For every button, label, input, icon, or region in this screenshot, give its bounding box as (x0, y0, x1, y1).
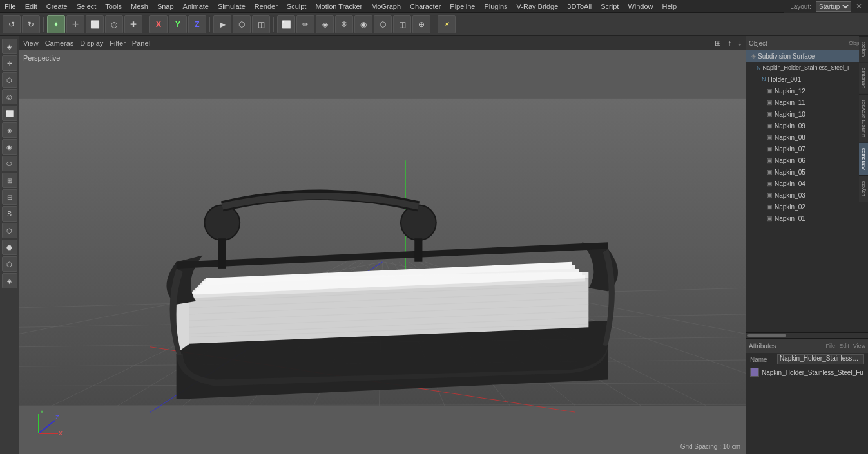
vtab-attributes[interactable]: Attributes (859, 142, 868, 175)
toolbar-separator-3 (209, 17, 210, 32)
menu-help[interactable]: Help (661, 3, 679, 10)
menu-simulate[interactable]: Simulate (216, 3, 247, 10)
menu-mograph[interactable]: MoGraph (369, 3, 403, 10)
tree-item-napkin08[interactable]: ▣ Napkin_08 (746, 131, 868, 143)
menu-pipeline[interactable]: Pipeline (448, 3, 477, 10)
attr-edit-menu[interactable]: Edit (839, 343, 849, 349)
left-tool-13[interactable]: ⬣ (2, 240, 17, 255)
menu-create[interactable]: Create (44, 3, 70, 10)
z-axis-button[interactable]: Z (188, 15, 206, 33)
light-tool[interactable]: ◫ (393, 15, 411, 33)
viewport-icon-arrow-down[interactable]: ↓ (738, 39, 742, 48)
tree-item-napkin11[interactable]: ▣ Napkin_11 (746, 97, 868, 108)
viewport-filter-menu[interactable]: Filter (110, 39, 125, 47)
tree-item-napkin03[interactable]: ▣ Napkin_03 (746, 189, 868, 201)
left-tool-14[interactable]: ⬡ (2, 256, 17, 272)
left-tool-9[interactable]: ⊞ (2, 173, 17, 188)
viewport-icon-maximize[interactable]: ⊞ (715, 39, 721, 48)
menu-mesh[interactable]: Mesh (129, 3, 150, 10)
viewport-icon-arrow-up[interactable]: ↑ (728, 39, 731, 48)
tree-scrollbar[interactable] (746, 333, 868, 338)
x-axis-button[interactable]: X (149, 15, 168, 33)
3d-viewport[interactable]: Perspective Grid Spacing : 10 cm Z X Y (19, 50, 746, 454)
tree-item-subdivision[interactable]: ◈ Subdivision Surface (746, 50, 868, 62)
effector-tool[interactable]: ◉ (354, 15, 372, 33)
menu-animate[interactable]: Animate (181, 3, 211, 10)
left-tool-5[interactable]: ⬜ (2, 106, 17, 121)
left-tool-7[interactable]: ◉ (2, 139, 17, 155)
viewport-cameras-menu[interactable]: Cameras (45, 39, 74, 47)
menu-sculpt[interactable]: Sculpt (285, 3, 309, 10)
vtab-browser[interactable]: Current Browser (859, 94, 868, 142)
tree-item-holder001[interactable]: N Holder_001 (746, 73, 868, 85)
rotate-tool[interactable]: ◎ (105, 15, 123, 33)
nurbs-tool[interactable]: ◈ (316, 15, 334, 33)
add-tool[interactable]: ✚ (124, 15, 142, 33)
camera-tool[interactable]: ⬡ (374, 15, 392, 33)
left-rotate-tool[interactable]: ◎ (2, 89, 17, 104)
scene-tool[interactable]: ⊕ (412, 15, 430, 33)
viewport-view-menu[interactable]: View (23, 39, 39, 47)
vtab-object[interactable]: Object (859, 36, 868, 62)
tree-item-napkin06[interactable]: ▣ Napkin_06 (746, 155, 868, 166)
select-tool[interactable]: ✦ (47, 15, 65, 33)
y-axis-button[interactable]: Y (169, 15, 187, 33)
menu-render[interactable]: Render (253, 3, 280, 10)
render-view-button[interactable]: ▶ (213, 15, 231, 33)
menu-motiontracker[interactable]: Motion Tracker (313, 3, 364, 10)
tree-item-napkin10[interactable]: ▣ Napkin_10 (746, 108, 868, 120)
menu-select[interactable]: Select (75, 3, 99, 10)
left-tool-11[interactable]: S (2, 206, 17, 222)
undo-button[interactable]: ↺ (3, 15, 21, 33)
menu-tools[interactable]: Tools (103, 3, 124, 10)
vtab-layers[interactable]: Layers (859, 175, 868, 202)
menu-snap[interactable]: Snap (155, 3, 176, 10)
viewport-display-menu[interactable]: Display (80, 39, 103, 47)
subdivision-label: Subdivision Surface (758, 53, 815, 60)
menu-plugins[interactable]: Plugins (482, 3, 509, 10)
menu-window[interactable]: Window (626, 3, 655, 10)
left-tool-15[interactable]: ◈ (2, 273, 17, 288)
attr-view-menu[interactable]: View (853, 343, 865, 349)
left-tool-6[interactable]: ◈ (2, 122, 17, 138)
tree-item-napkin02[interactable]: ▣ Napkin_02 (746, 201, 868, 213)
tree-item-napkin04[interactable]: ▣ Napkin_04 (746, 178, 868, 189)
menu-vraybridge[interactable]: V-Ray Bridge (515, 3, 561, 10)
layout-select[interactable]: Startup (816, 1, 851, 12)
left-tool-12[interactable]: ⬡ (2, 223, 17, 238)
viewport-panel-menu[interactable]: Panel (132, 39, 150, 47)
menu-character[interactable]: Character (408, 3, 443, 10)
redo-button[interactable]: ↻ (22, 15, 40, 33)
tree-item-napkin01[interactable]: ▣ Napkin_01 (746, 213, 868, 224)
tree-item-napkin05[interactable]: ▣ Napkin_05 (746, 166, 868, 178)
cube-tool[interactable]: ⬜ (277, 15, 295, 33)
tree-item-napkin07[interactable]: ▣ Napkin_07 (746, 143, 868, 155)
tree-item-napkin12[interactable]: ▣ Napkin_12 (746, 85, 868, 97)
tree-scrollbar-thumb[interactable] (747, 334, 786, 337)
menu-3dtoall[interactable]: 3DToAll (565, 3, 593, 10)
left-tool-8[interactable]: ⬭ (2, 156, 17, 171)
menu-file[interactable]: File (3, 3, 18, 10)
close-icon[interactable]: ✕ (854, 2, 864, 11)
attr-color-chip[interactable] (750, 368, 759, 377)
tree-item-napkin09[interactable]: ▣ Napkin_09 (746, 120, 868, 131)
left-select-tool[interactable]: ◈ (2, 39, 17, 54)
move-tool[interactable]: ✛ (66, 15, 84, 33)
menu-edit[interactable]: Edit (23, 3, 39, 10)
left-move-tool[interactable]: ✛ (2, 55, 17, 71)
napkin06-label: Napkin_06 (775, 157, 805, 164)
render-active-button[interactable]: ◫ (252, 15, 270, 33)
render-region-button[interactable]: ⬡ (233, 15, 251, 33)
scale-tool[interactable]: ⬜ (86, 15, 104, 33)
menu-script[interactable]: Script (599, 3, 621, 10)
vtab-structure[interactable]: Structure (859, 62, 868, 93)
napkin01-icon: ▣ (767, 215, 773, 222)
attr-name-input[interactable]: Napkin_Holder_Stainless_Steel_Fu (777, 354, 864, 364)
spline-tool[interactable]: ✏ (296, 15, 314, 33)
light-icon[interactable]: ☀ (438, 15, 456, 33)
deformer-tool[interactable]: ❋ (335, 15, 353, 33)
attr-file-menu[interactable]: File (826, 343, 836, 349)
left-scale-tool[interactable]: ⬡ (2, 72, 17, 88)
tree-item-holder-group[interactable]: N Napkin_Holder_Stainless_Steel_F (746, 62, 868, 73)
left-tool-10[interactable]: ⊟ (2, 189, 17, 205)
